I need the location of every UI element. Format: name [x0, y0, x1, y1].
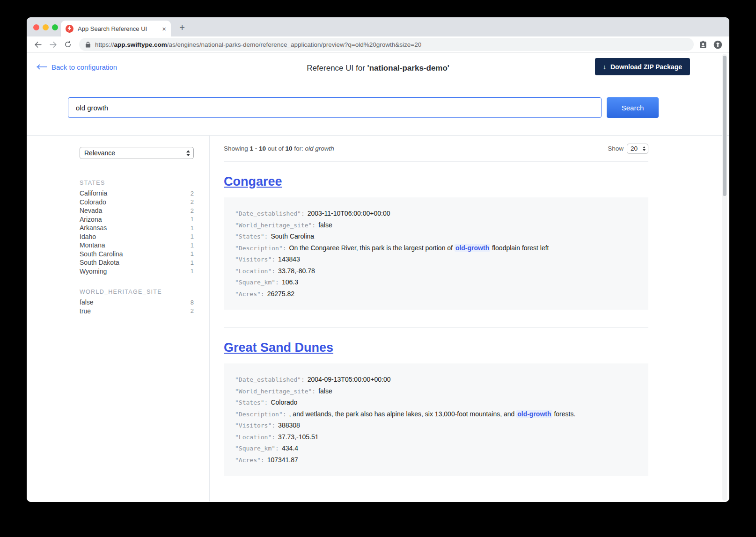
result-divider	[224, 327, 648, 328]
app-page: Back to configuration Reference UI for '…	[27, 53, 729, 502]
engine-name: 'national-parks-demo'	[367, 64, 449, 73]
facet-item[interactable]: Colorado2	[80, 198, 194, 207]
profile-icon[interactable]	[698, 40, 708, 49]
results-main: Showing 1 - 10 out of 10 for: old growth…	[210, 136, 729, 501]
browser-toolbar: https://app.swiftype.com/as/engines/nati…	[27, 36, 729, 53]
result-title-link[interactable]: Congaree	[224, 174, 282, 189]
facet-count: 1	[191, 233, 194, 240]
zoom-window-button[interactable]	[52, 24, 58, 30]
facet-item[interactable]: Arizona1	[80, 215, 194, 224]
facet-world-heritage-site: WORLD_HERITAGE_SITE false8 true2	[80, 289, 194, 315]
result-field: "Description":, and wetlands, the park a…	[235, 408, 637, 420]
desktop-background: App Search Reference UI × + https://app.…	[0, 0, 756, 537]
result-field: "Square_km":434.4	[235, 443, 637, 454]
facet-count: 2	[191, 190, 194, 197]
result-field: "World_heritage_site":false	[235, 219, 637, 231]
facet-count: 1	[191, 268, 194, 275]
facet-title: WORLD_HERITAGE_SITE	[80, 289, 194, 295]
query-echo: old growth	[305, 145, 334, 152]
swiftype-favicon-icon	[66, 25, 73, 33]
facet-item[interactable]: South Dakota1	[80, 258, 194, 267]
facet-item[interactable]: California2	[80, 189, 194, 198]
facet-count: 2	[191, 307, 194, 314]
facet-count: 2	[191, 198, 194, 205]
minimize-window-button[interactable]	[43, 24, 49, 30]
facet-item[interactable]: true2	[80, 307, 194, 316]
results-summary: Showing 1 - 10 out of 10 for: old growth	[224, 145, 334, 152]
new-tab-button[interactable]: +	[176, 22, 188, 33]
select-stepper-icon	[186, 150, 190, 156]
result-field: "Description":On the Congaree River, thi…	[235, 242, 637, 254]
page-size-select[interactable]: 20	[627, 144, 648, 154]
facet-item[interactable]: Montana1	[80, 241, 194, 250]
query-highlight: old-growth	[455, 244, 490, 252]
facet-count: 2	[191, 207, 194, 214]
reload-button[interactable]	[61, 38, 74, 51]
facet-count: 1	[191, 216, 194, 223]
facet-item[interactable]: Wyoming1	[80, 267, 194, 276]
facet-count: 1	[191, 242, 194, 249]
facet-item[interactable]: Arkansas1	[80, 224, 194, 232]
facet-item[interactable]: false8	[80, 298, 194, 307]
browser-tab[interactable]: App Search Reference UI ×	[61, 21, 171, 36]
result-field: "Acres":26275.82	[235, 288, 637, 300]
forward-button[interactable]	[46, 38, 59, 51]
result-field: "States":South Carolina	[235, 231, 637, 242]
update-arrow-icon[interactable]	[713, 40, 723, 50]
page-scrollbar	[722, 54, 727, 501]
back-button[interactable]	[31, 38, 44, 51]
result-field: "Location":33.78,-80.78	[235, 265, 637, 277]
facet-states: STATES California2 Colorado2 Nevada2 Ari…	[80, 180, 194, 276]
results-meta-row: Showing 1 - 10 out of 10 for: old growth…	[224, 136, 648, 162]
result-field: "Visitors":388308	[235, 420, 637, 431]
url-text: https://app.swiftype.com/as/engines/nati…	[95, 41, 421, 48]
result-field: "Square_km":106.3	[235, 276, 637, 288]
result-field: "Acres":107341.87	[235, 454, 637, 466]
download-zip-button[interactable]: ↓ Download ZIP Package	[595, 58, 690, 75]
result-fields-block: "Date_established":2003-11-10T06:00:00+0…	[224, 197, 648, 310]
facet-title: STATES	[80, 180, 194, 186]
result-field: "Location":37.73,-105.51	[235, 431, 637, 443]
facet-count: 1	[191, 259, 194, 266]
page-size-control: Show 20	[608, 144, 648, 154]
search-section: Search	[27, 84, 729, 136]
result-field: "World_heritage_site":false	[235, 385, 637, 397]
scrollbar-thumb[interactable]	[723, 56, 727, 196]
result-field: "Visitors":143843	[235, 254, 637, 265]
sort-select-value: Relevance	[84, 149, 115, 157]
url-bar[interactable]: https://app.swiftype.com/as/engines/nati…	[79, 38, 694, 51]
search-button[interactable]: Search	[607, 97, 659, 118]
facet-count: 8	[191, 299, 194, 306]
facet-item[interactable]: Nevada2	[80, 206, 194, 215]
facet-item[interactable]: Idaho1	[80, 232, 194, 241]
toolbar-actions	[698, 40, 725, 50]
result-field: "States":Colorado	[235, 397, 637, 408]
result-field: "Date_established":2003-11-10T06:00:00+0…	[235, 208, 637, 219]
browser-window: App Search Reference UI × + https://app.…	[27, 17, 729, 502]
facet-item[interactable]: South Carolina1	[80, 250, 194, 259]
select-stepper-icon	[643, 146, 646, 151]
facet-sidebar: Relevance STATES California2 Colorado2 N…	[27, 136, 210, 501]
close-window-button[interactable]	[33, 24, 39, 30]
sort-select[interactable]: Relevance	[80, 147, 194, 159]
result-fields-block: "Date_established":2004-09-13T05:00:00+0…	[224, 363, 648, 476]
facet-count: 1	[191, 250, 194, 257]
tab-title: App Search Reference UI	[78, 25, 159, 32]
facet-count: 1	[191, 225, 194, 232]
result-title-link[interactable]: Great Sand Dunes	[224, 341, 333, 355]
result-field: "Date_established":2004-09-13T05:00:00+0…	[235, 374, 637, 385]
query-highlight: old-growth	[516, 410, 552, 418]
search-input[interactable]	[68, 97, 602, 118]
browser-tab-bar: App Search Reference UI × +	[27, 17, 729, 36]
content-row: Relevance STATES California2 Colorado2 N…	[27, 136, 729, 501]
download-icon: ↓	[603, 63, 606, 71]
lock-icon	[85, 41, 91, 48]
tab-close-icon[interactable]: ×	[159, 25, 166, 33]
app-header: Back to configuration Reference UI for '…	[27, 53, 729, 84]
